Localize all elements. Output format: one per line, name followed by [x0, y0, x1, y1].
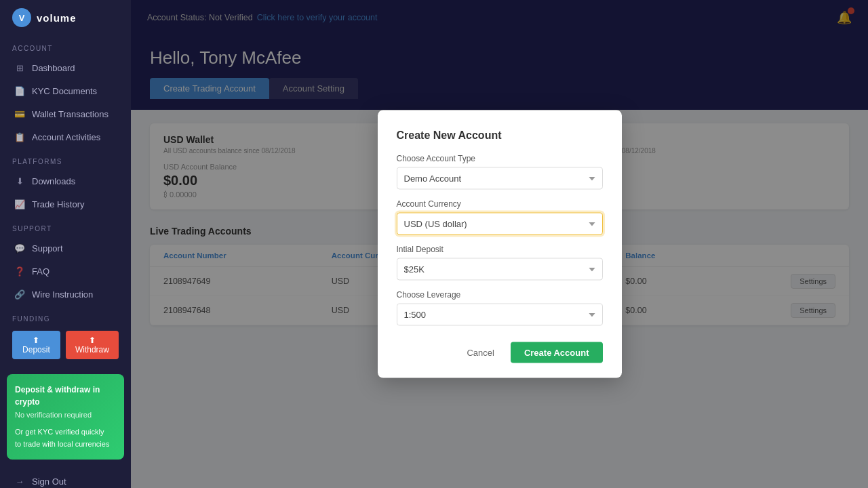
logo-text: volume: [37, 12, 77, 24]
sidebar-item-downloads-label: Downloads: [32, 176, 75, 186]
leverage-label: Choose Leverage: [397, 290, 603, 300]
deposit-button[interactable]: ⬆ Deposit: [12, 331, 60, 359]
sidebar: V volume ACCOUNT ⊞ Dashboard 📄 KYC Docum…: [0, 0, 131, 488]
sign-out-icon: →: [14, 476, 25, 487]
sidebar-item-support[interactable]: 💬 Support: [0, 237, 131, 260]
account-activities-icon: 📋: [14, 131, 25, 142]
sidebar-item-wire-instruction[interactable]: 🔗 Wire Instruction: [0, 283, 131, 306]
sidebar-item-account-activities[interactable]: 📋 Account Activities: [0, 125, 131, 148]
trade-history-icon: 📈: [14, 199, 25, 209]
sidebar-item-kyc-label: KYC Documents: [32, 86, 97, 96]
main-content: Account Status: Not Verified Click here …: [131, 0, 868, 488]
initial-deposit-select[interactable]: $25K $10K $50K $100K: [397, 258, 603, 281]
promo-title: Deposit & withdraw in crypto: [15, 384, 116, 408]
downloads-icon: ⬇: [14, 176, 25, 186]
account-currency-label: Account Currency: [397, 199, 603, 209]
promo-box: Deposit & withdraw in crypto No verifica…: [7, 374, 124, 460]
funding-label: FUNDING: [0, 306, 131, 327]
promo-detail: to trade with local currencies: [15, 439, 116, 450]
sidebar-item-sign-out-label: Sign Out: [32, 476, 66, 487]
withdraw-button[interactable]: ⬆ Withdraw: [66, 331, 119, 359]
account-type-label: Choose Account Type: [397, 154, 603, 163]
create-account-modal: Create New Account Choose Account Type D…: [378, 110, 622, 378]
logo-icon: V: [12, 8, 31, 27]
sidebar-item-kyc[interactable]: 📄 KYC Documents: [0, 79, 131, 102]
sidebar-item-trade-history[interactable]: 📈 Trade History: [0, 192, 131, 216]
leverage-select[interactable]: 1:500 1:200 1:100 1:50: [397, 304, 603, 326]
faq-icon: ❓: [14, 266, 25, 277]
sidebar-item-dashboard-label: Dashboard: [32, 63, 75, 73]
sidebar-item-dashboard[interactable]: ⊞ Dashboard: [0, 56, 131, 79]
sidebar-item-downloads[interactable]: ⬇ Downloads: [0, 169, 131, 192]
promo-or: Or get KYC verified quickly: [15, 426, 116, 438]
sidebar-item-trade-history-label: Trade History: [32, 199, 85, 209]
dashboard-icon: ⊞: [14, 62, 25, 73]
logo: V volume: [0, 0, 131, 35]
sidebar-item-activities-label: Account Activities: [32, 132, 100, 142]
sidebar-item-wire-label: Wire Instruction: [32, 289, 93, 300]
section-platforms-label: PLATFORMS: [0, 148, 131, 169]
sidebar-item-wallet-transactions[interactable]: 💳 Wallet Transactions: [0, 102, 131, 125]
wallet-transactions-icon: 💳: [14, 108, 25, 119]
create-account-button[interactable]: Create Account: [511, 342, 603, 363]
account-currency-select[interactable]: USD (US dollar) EUR (Euro) GBP (British …: [397, 213, 603, 235]
kyc-icon: 📄: [14, 85, 25, 96]
modal-title: Create New Account: [397, 129, 603, 142]
sidebar-item-support-label: Support: [32, 243, 63, 253]
section-account-label: ACCOUNT: [0, 35, 131, 56]
promo-sub: No verification required: [15, 409, 116, 421]
modal-footer: Cancel Create Account: [397, 342, 603, 363]
sidebar-item-faq[interactable]: ❓ FAQ: [0, 260, 131, 283]
sidebar-item-faq-label: FAQ: [32, 266, 50, 277]
initial-deposit-label: Intial Deposit: [397, 245, 603, 254]
cancel-button[interactable]: Cancel: [458, 342, 502, 363]
sidebar-item-sign-out[interactable]: → Sign Out: [0, 470, 131, 489]
account-type-select[interactable]: Demo Account Live Account: [397, 167, 603, 190]
support-icon: 💬: [14, 243, 25, 253]
wire-icon: 🔗: [14, 289, 25, 300]
section-support-label: SUPPORT: [0, 216, 131, 237]
sidebar-item-wallet-label: Wallet Transactions: [32, 109, 108, 119]
